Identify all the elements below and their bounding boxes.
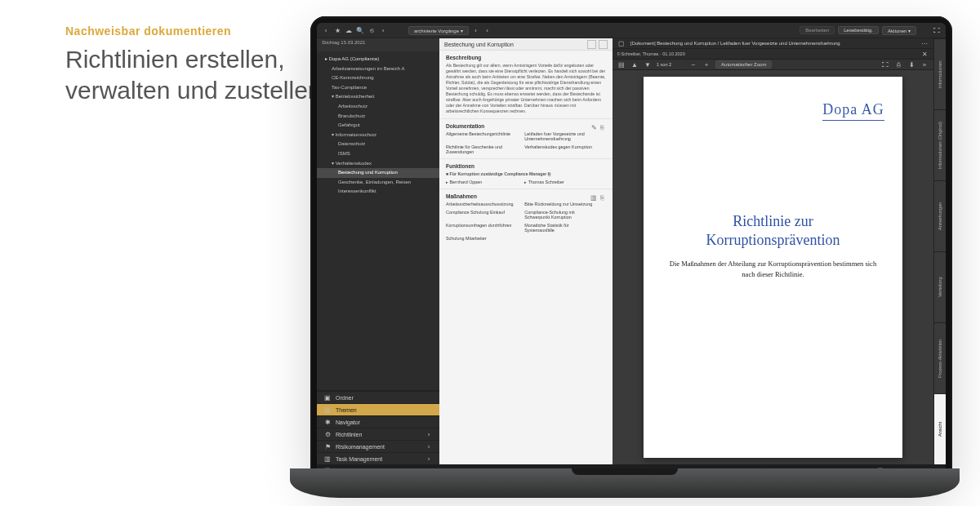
measure-item[interactable]: Schulung Mitarbeiter: [446, 236, 516, 241]
zoom-dropdown[interactable]: Automatischer Zoom: [715, 60, 772, 69]
document-meta: ⎘ Schreiber, Thomas · 01.10.2020: [617, 51, 685, 56]
person-item[interactable]: ▸ Thomas Schreiber: [524, 180, 595, 184]
collapse-button[interactable]: [599, 40, 608, 49]
functions-heading: Funktionen: [446, 163, 606, 169]
rules-icon: ⚙: [323, 430, 332, 438]
right-tabs: InformationenInformationen (Original)Anm…: [933, 38, 946, 464]
cloud-icon[interactable]: ☁: [345, 26, 353, 34]
back-icon[interactable]: ‹: [322, 26, 330, 34]
document-meta-bar: ⎘ Schreiber, Thomas · 01.10.2020 ✕: [612, 49, 933, 60]
right-tab[interactable]: Anmerkungen: [934, 180, 946, 251]
description-heading: Beschreibung: [446, 55, 606, 60]
pdf-viewport[interactable]: Dopa AG Richtlinie zur Korruptionspräven…: [612, 70, 933, 464]
tree-node[interactable]: Gefahrgut: [317, 121, 439, 131]
chevron-left-icon[interactable]: ‹: [472, 26, 480, 34]
tree-node[interactable]: CE-Kennzeichnung: [317, 73, 439, 83]
zoom-out-icon[interactable]: −: [689, 60, 697, 69]
edit-button[interactable]: Bearbeiten: [800, 26, 835, 34]
right-tab[interactable]: Ansicht: [934, 393, 946, 464]
page-down-icon[interactable]: ▼: [644, 60, 652, 69]
tree-node[interactable]: Tax-Compliance: [317, 83, 439, 93]
document-title: [Dokument] Bestechung und Korruption / L…: [630, 41, 840, 46]
sidebar-nav: ▣Ordner▤Themen✱Navigator⚙Richtlinien›⚑Ri…: [317, 390, 439, 464]
tree-node[interactable]: ▸ Dopa AG (Compliance): [317, 55, 439, 64]
measures-list: ArbeitssicherheitsausschussitzungBitte R…: [446, 202, 606, 241]
chevron-right-icon[interactable]: ›: [483, 26, 492, 34]
documentation-item[interactable]: Allgemeine Bestechungsrichtlinie: [446, 131, 516, 141]
right-tab[interactable]: Informationen: [934, 38, 946, 109]
fullscreen-icon[interactable]: ⛶: [933, 26, 941, 34]
top-toolbar: ‹ ★ ☁ 🔍 ⎋ › archivierte Vorgänge ▾ ‹ › B…: [317, 23, 946, 38]
actions-dropdown[interactable]: Aktionen ▾: [882, 26, 916, 35]
pdf-page: Dopa AG Richtlinie zur Korruptionspräven…: [644, 77, 902, 458]
link-icon[interactable]: ⎘: [598, 123, 606, 131]
tree-node[interactable]: Interessenkonflikt: [317, 187, 439, 197]
document-subheading: Die Maßnahmen der Abteilung zur Korrupti…: [668, 259, 878, 280]
measure-item[interactable]: Bitte Rückmeldung zur Umsetzung: [524, 202, 595, 206]
tree-node[interactable]: Bestechung und Korruption: [317, 168, 439, 178]
tree-node[interactable]: ▾ Informationsschutz: [317, 131, 439, 140]
tree-node[interactable]: Datenschutz: [317, 140, 439, 149]
tree-node[interactable]: ▾ Verhaltenskodex: [317, 159, 439, 169]
sidebar-nav-task[interactable]: ▥Task Management›: [317, 452, 439, 464]
star-icon[interactable]: ★: [333, 26, 341, 34]
right-tab[interactable]: Informationen (Original): [934, 109, 946, 180]
measure-item[interactable]: Compliance-Schulung mit Schwerpunkt Korr…: [524, 210, 595, 220]
sidebar-toggle-icon[interactable]: ▤: [617, 60, 626, 69]
sidebar-nav-rules[interactable]: ⚙Richtlinien›: [317, 428, 439, 440]
tree-node[interactable]: Arbeitsanweisungen im Bereich A: [317, 64, 439, 74]
documentation-item[interactable]: Leitfaden fuer Vorgesetzte und Unternehm…: [524, 131, 595, 141]
archive-dropdown[interactable]: archivierte Vorgänge ▾: [408, 26, 469, 35]
expand-button[interactable]: [587, 40, 596, 49]
tree-node[interactable]: ▾ Betriebssicherheit: [317, 92, 439, 102]
print-icon[interactable]: ⎙: [894, 60, 902, 69]
center-header: Bestechung und Korruption: [439, 38, 612, 51]
measure-item[interactable]: Compliance Schulung Einkauf: [446, 210, 516, 220]
present-icon[interactable]: ⛶: [881, 60, 889, 69]
headline: Richtlinien erstellen, verwalten und zus…: [65, 44, 327, 105]
reference-date: Stichtag 15.03.2021: [317, 38, 439, 51]
pdf-toolbar: ▤ ▲ ▼ 1 von 2 − + Automatischer Zoom: [612, 60, 933, 70]
close-icon[interactable]: ✕: [920, 50, 929, 58]
edit-icon[interactable]: ✎: [590, 123, 598, 131]
measure-item[interactable]: Arbeitssicherheitsausschussitzung: [446, 202, 516, 206]
eyebrow: Nachweisbar dokumentieren: [65, 24, 327, 38]
page-indicator: 1 von 2: [657, 62, 671, 67]
read-confirm-button[interactable]: Lesebestätig.: [838, 26, 879, 34]
page-up-icon[interactable]: ▲: [630, 60, 639, 69]
measures-heading: Maßnahmen: [446, 193, 477, 199]
right-tab[interactable]: Prozess-Aktivitäten: [934, 322, 946, 393]
themes-icon: ▤: [323, 406, 332, 414]
sidebar-nav-folder[interactable]: ▣Ordner: [317, 391, 439, 403]
person-item[interactable]: ▸ Bernhard Oppen: [446, 180, 516, 184]
link-icon[interactable]: ⎘: [598, 193, 606, 202]
tree-node[interactable]: ISMS: [317, 149, 439, 159]
sidebar-nav-themes[interactable]: ▤Themen: [317, 403, 439, 415]
sidebar-nav-risk[interactable]: ⚑Risikomanagement›: [317, 440, 439, 452]
nav-icon: ✱: [323, 418, 332, 426]
tools-icon[interactable]: »: [920, 60, 929, 69]
more-icon[interactable]: ⋯: [920, 39, 929, 47]
company-brand: Dopa AG: [822, 101, 884, 121]
download-icon[interactable]: ⬇: [907, 60, 915, 69]
functions-group: ■ Für Korruption zuständige Compliance M…: [446, 171, 606, 177]
chevron-right-icon: ›: [425, 455, 433, 463]
exit-icon[interactable]: ⎋: [368, 26, 376, 34]
right-tab[interactable]: Verteilung: [934, 251, 946, 322]
forward-icon[interactable]: ›: [379, 26, 387, 34]
tree-node[interactable]: Brandschutz: [317, 112, 439, 122]
document-panel: ▢ [Dokument] Bestechung und Korruption /…: [612, 38, 946, 464]
measure-item[interactable]: Korruptionsumfragen durchführen: [446, 223, 516, 233]
chevron-right-icon: ›: [425, 442, 433, 451]
documentation-item[interactable]: Verhaltenskodex gegen Korruption: [524, 144, 595, 154]
documentation-heading: Dokumentation: [446, 123, 484, 129]
tree-node[interactable]: Geschenke, Einladungen, Reisen: [317, 178, 439, 188]
sidebar-nav-nav[interactable]: ✱Navigator: [317, 415, 439, 428]
measure-item[interactable]: Monatliche Statistik für Systemausfälle: [524, 223, 595, 233]
folder-icon[interactable]: ▥: [590, 193, 598, 202]
documentation-item[interactable]: Richtlinie für Geschenke und Zuwendungen: [446, 144, 516, 154]
search-icon[interactable]: 🔍: [356, 26, 364, 34]
topic-tree[interactable]: ▸ Dopa AG (Compliance)Arbeitsanweisungen…: [317, 51, 439, 390]
tree-node[interactable]: Arbeitsschutz: [317, 102, 439, 112]
zoom-in-icon[interactable]: +: [702, 60, 710, 69]
